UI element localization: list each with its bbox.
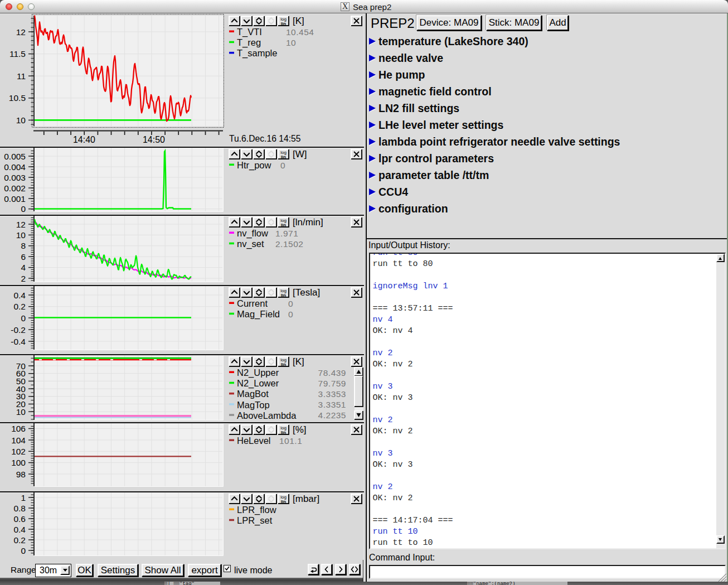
svg-text:lin: lin xyxy=(281,499,286,504)
svg-text:1.971: 1.971 xyxy=(275,229,298,238)
svg-text:Tu.6.Dec.16 14:55: Tu.6.Dec.16 14:55 xyxy=(229,134,301,143)
svg-text:0.005: 0.005 xyxy=(4,152,26,161)
svg-text:Mag_Field: Mag_Field xyxy=(237,309,280,320)
svg-text:79.759: 79.759 xyxy=(318,379,346,388)
svg-text:T_reg: T_reg xyxy=(237,37,261,48)
svg-text:2.1502: 2.1502 xyxy=(275,239,303,249)
svg-text:10: 10 xyxy=(16,115,26,125)
svg-text:0.2: 0.2 xyxy=(13,535,26,545)
svg-text:10: 10 xyxy=(16,230,26,240)
svg-text:0: 0 xyxy=(288,299,293,308)
svg-text:[K]: [K] xyxy=(293,16,304,26)
svg-text:lin: lin xyxy=(281,362,286,367)
svg-text:10.5: 10.5 xyxy=(9,93,26,103)
svg-text:MagTop: MagTop xyxy=(237,400,270,410)
svg-text:4.2235: 4.2235 xyxy=(318,410,346,420)
svg-text:0.004: 0.004 xyxy=(4,162,26,172)
svg-text:0.001: 0.001 xyxy=(4,194,26,204)
svg-text:N2_Lower: N2_Lower xyxy=(237,378,279,389)
svg-text:T_sample: T_sample xyxy=(237,48,277,59)
svg-text:100: 100 xyxy=(11,458,26,467)
svg-text:-0.2: -0.2 xyxy=(11,325,26,335)
svg-text:lin: lin xyxy=(281,293,286,298)
svg-text:MagBot: MagBot xyxy=(237,389,269,399)
svg-text:nv_flow: nv_flow xyxy=(237,228,268,239)
svg-text:lin: lin xyxy=(281,430,286,435)
svg-text:[ln/min]: [ln/min] xyxy=(293,217,323,228)
svg-text:N2_Upper: N2_Upper xyxy=(237,368,279,378)
svg-text:-0.4: -0.4 xyxy=(11,337,26,346)
svg-text:101.1: 101.1 xyxy=(279,436,302,446)
svg-text:6: 6 xyxy=(21,252,26,262)
svg-text:0.2: 0.2 xyxy=(13,302,26,311)
svg-text:8: 8 xyxy=(21,241,26,250)
svg-text:4: 4 xyxy=(21,263,26,272)
svg-text:lin: lin xyxy=(281,154,286,159)
svg-text:11.5: 11.5 xyxy=(9,49,26,59)
svg-text:HeLevel: HeLevel xyxy=(237,436,271,446)
svg-text:78.439: 78.439 xyxy=(318,368,346,378)
svg-text:0: 0 xyxy=(21,204,26,214)
svg-text:12: 12 xyxy=(16,27,26,37)
svg-text:[K]: [K] xyxy=(293,356,304,367)
svg-text:10.454: 10.454 xyxy=(286,27,314,37)
svg-text:0: 0 xyxy=(21,546,26,555)
svg-text:14:40: 14:40 xyxy=(73,135,95,144)
svg-text:[mbar]: [mbar] xyxy=(293,494,319,504)
svg-text:[%]: [%] xyxy=(293,424,307,435)
svg-text:lin: lin xyxy=(281,21,286,26)
svg-text:0: 0 xyxy=(288,310,293,319)
svg-text:98: 98 xyxy=(16,470,26,479)
svg-text:LPR_set: LPR_set xyxy=(237,515,273,526)
svg-text:0.4: 0.4 xyxy=(13,291,26,300)
svg-text:[W]: [W] xyxy=(293,149,307,159)
svg-text:102: 102 xyxy=(11,447,26,456)
svg-text:2: 2 xyxy=(21,274,26,283)
svg-text:Htr_pow: Htr_pow xyxy=(237,160,271,171)
svg-text:10: 10 xyxy=(16,407,26,417)
svg-text:0.003: 0.003 xyxy=(4,173,26,182)
svg-text:T_VTI: T_VTI xyxy=(237,27,262,37)
svg-text:0.002: 0.002 xyxy=(4,183,26,193)
svg-text:3.3351: 3.3351 xyxy=(318,400,346,409)
svg-text:10: 10 xyxy=(286,38,296,47)
svg-text:0: 0 xyxy=(21,313,26,323)
svg-text:0.8: 0.8 xyxy=(13,504,26,513)
svg-text:0: 0 xyxy=(280,161,285,170)
svg-text:14:50: 14:50 xyxy=(143,135,165,144)
svg-text:Current: Current xyxy=(237,298,268,308)
svg-text:AboveLambda: AboveLambda xyxy=(237,410,297,420)
svg-text:3.3353: 3.3353 xyxy=(318,389,346,399)
svg-text:[Tesla]: [Tesla] xyxy=(293,287,320,298)
svg-text:11: 11 xyxy=(17,71,26,81)
svg-text:104: 104 xyxy=(11,436,26,445)
svg-text:nv_set: nv_set xyxy=(237,239,264,249)
svg-text:0.4: 0.4 xyxy=(13,525,26,534)
svg-text:12: 12 xyxy=(16,220,26,229)
svg-text:0.6: 0.6 xyxy=(13,514,26,524)
svg-text:lin: lin xyxy=(281,223,286,228)
svg-text:106: 106 xyxy=(11,424,26,433)
svg-text:LPR_flow: LPR_flow xyxy=(237,505,276,515)
svg-text:1: 1 xyxy=(21,493,26,502)
